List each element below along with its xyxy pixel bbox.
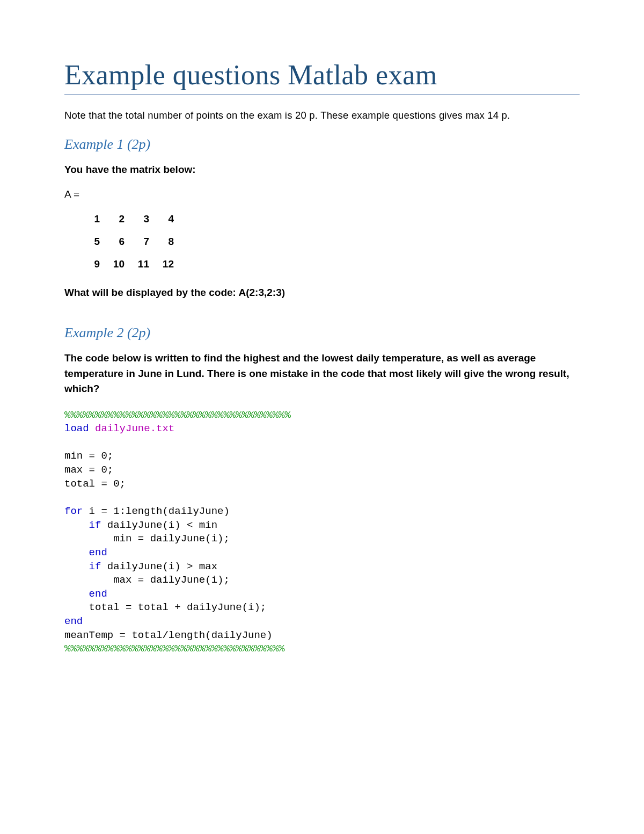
code-string: dailyJune.txt — [95, 423, 174, 434]
matrix-row: 1 2 3 4 — [80, 208, 179, 230]
example-1-question: What will be displayed by the code: A(2:… — [64, 285, 580, 301]
matrix-cell: 9 — [80, 253, 105, 275]
code-keyword: load — [64, 423, 89, 434]
code-line: dailyJune(i) > max — [101, 561, 217, 572]
document-page: Example questions Matlab exam Note that … — [0, 0, 644, 834]
code-line: dailyJune(i) < min — [101, 519, 217, 531]
page-title: Example questions Matlab exam — [64, 59, 580, 91]
matrix-cell: 2 — [105, 208, 130, 230]
code-line: total = total + dailyJune(i); — [64, 601, 266, 613]
matrix-cell: 5 — [80, 230, 105, 253]
matrix-cell: 8 — [155, 230, 179, 253]
title-divider — [64, 94, 580, 95]
matrix-label: A = — [64, 188, 580, 200]
matrix-row: 9 10 11 12 — [80, 253, 179, 275]
matrix-cell: 7 — [130, 230, 155, 253]
example-1-intro: You have the matrix below: — [64, 162, 580, 178]
example-1-heading: Example 1 (2p) — [64, 136, 580, 153]
matrix-cell: 12 — [155, 253, 179, 275]
code-line: max = dailyJune(i); — [64, 574, 230, 586]
matrix-cell: 3 — [130, 208, 155, 230]
code-keyword: if — [89, 561, 101, 572]
code-line: min = dailyJune(i); — [64, 533, 230, 545]
code-line: min = 0; — [64, 450, 113, 462]
code-keyword: end — [89, 588, 107, 600]
points-note: Note that the total number of points on … — [64, 110, 580, 121]
example-2-heading: Example 2 (2p) — [64, 325, 580, 341]
code-keyword: end — [64, 615, 83, 627]
code-line: max = 0; — [64, 464, 113, 476]
code-line: i = 1:length(dailyJune) — [83, 505, 230, 517]
matrix-cell: 6 — [105, 230, 130, 253]
code-line: total = 0; — [64, 478, 126, 490]
code-keyword: for — [64, 505, 83, 517]
code-keyword: end — [89, 547, 107, 559]
matrix-cell: 10 — [105, 253, 130, 275]
code-comment: %%%%%%%%%%%%%%%%%%%%%%%%%%%%%%%%%%%%% — [64, 409, 291, 421]
matlab-code-block: %%%%%%%%%%%%%%%%%%%%%%%%%%%%%%%%%%%%% lo… — [64, 409, 580, 657]
matrix-a: 1 2 3 4 5 6 7 8 9 10 11 12 — [80, 208, 179, 275]
code-line: meanTemp = total/length(dailyJune) — [64, 629, 273, 641]
matrix-cell: 4 — [155, 208, 179, 230]
code-keyword: if — [89, 519, 101, 531]
matrix-row: 5 6 7 8 — [80, 230, 179, 253]
matrix-cell: 1 — [80, 208, 105, 230]
matrix-cell: 11 — [130, 253, 155, 275]
example-2-intro: The code below is written to find the hi… — [64, 351, 580, 397]
code-comment: %%%%%%%%%%%%%%%%%%%%%%%%%%%%%%%%%%%% — [64, 643, 284, 655]
